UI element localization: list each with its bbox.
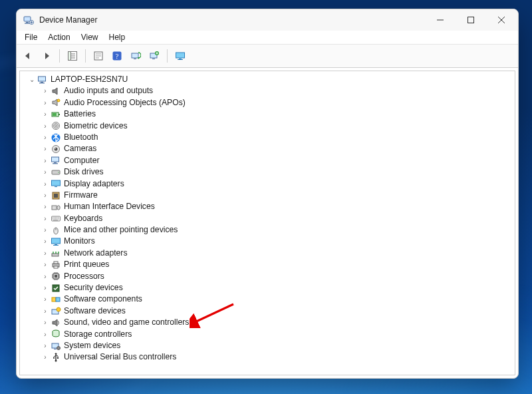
titlebar[interactable]: Device Manager bbox=[17, 9, 518, 31]
svg-rect-23 bbox=[59, 114, 60, 115]
toolbar-separator bbox=[85, 49, 86, 63]
add-legacy-icon[interactable] bbox=[146, 47, 163, 65]
expand-icon[interactable]: › bbox=[41, 85, 51, 97]
properties-icon[interactable] bbox=[90, 47, 107, 65]
expand-icon[interactable]: › bbox=[41, 317, 51, 328]
tree-category[interactable]: › Print queues bbox=[23, 259, 515, 270]
expand-icon[interactable]: › bbox=[41, 166, 51, 178]
maximize-button[interactable] bbox=[456, 9, 486, 31]
disk-icon bbox=[51, 167, 61, 178]
expand-icon[interactable]: › bbox=[41, 294, 51, 305]
tree-category[interactable]: › Keyboards bbox=[23, 213, 515, 224]
device-manager-window: Device Manager FileActionViewHelp ? ⌄ LA… bbox=[16, 9, 519, 379]
software-dev-icon bbox=[51, 306, 61, 317]
menu-view[interactable]: View bbox=[76, 31, 104, 44]
tree-category-label: Biometric devices bbox=[64, 120, 128, 132]
svg-rect-4 bbox=[468, 17, 474, 23]
tree-category-label: Audio Processing Objects (APOs) bbox=[64, 97, 186, 108]
tree-category-label: Software devices bbox=[64, 305, 126, 317]
expand-icon[interactable]: › bbox=[41, 178, 51, 190]
svg-point-26 bbox=[54, 124, 59, 128]
expand-icon[interactable]: › bbox=[41, 120, 51, 132]
expand-icon[interactable]: › bbox=[41, 97, 51, 108]
tree-category[interactable]: › Sound, video and game controllers bbox=[23, 317, 515, 328]
tree-category[interactable]: › Disk drives bbox=[23, 166, 515, 178]
svg-point-27 bbox=[55, 125, 57, 127]
svg-point-42 bbox=[57, 206, 60, 210]
tree-category[interactable]: › Biometric devices bbox=[23, 120, 515, 132]
tree-category[interactable]: › Cameras bbox=[23, 143, 515, 154]
hid-icon bbox=[51, 202, 61, 212]
tree-category-label: Bluetooth bbox=[64, 132, 98, 143]
scan-hardware-icon[interactable] bbox=[127, 47, 144, 65]
menu-action[interactable]: Action bbox=[43, 31, 75, 44]
tree-category[interactable]: › Security devices bbox=[23, 282, 515, 294]
tree-category[interactable]: › Firmware bbox=[23, 190, 515, 201]
expand-icon[interactable]: › bbox=[41, 143, 51, 154]
tree-category[interactable]: › Display adapters bbox=[23, 178, 515, 190]
expand-icon[interactable]: › bbox=[41, 201, 51, 212]
svg-point-62 bbox=[57, 346, 61, 349]
computer-icon bbox=[37, 75, 48, 85]
forward-icon[interactable] bbox=[38, 47, 55, 65]
sound-icon bbox=[51, 317, 61, 328]
expand-icon[interactable]: › bbox=[41, 248, 51, 259]
expand-icon[interactable]: › bbox=[41, 271, 51, 282]
minimize-button[interactable] bbox=[425, 9, 456, 31]
menu-help[interactable]: Help bbox=[104, 31, 131, 44]
audio-io-icon bbox=[51, 86, 61, 97]
tree-category[interactable]: › Universal Serial Bus controllers bbox=[23, 351, 515, 363]
back-icon[interactable] bbox=[19, 47, 37, 65]
battery-icon bbox=[51, 109, 61, 120]
tree-category[interactable]: › System devices bbox=[23, 340, 515, 351]
svg-rect-53 bbox=[55, 275, 57, 278]
expand-icon[interactable]: › bbox=[41, 282, 51, 294]
computer-icon bbox=[51, 155, 61, 166]
tree-category[interactable]: › Network adapters bbox=[23, 248, 515, 259]
tree-category[interactable]: › Batteries bbox=[23, 108, 515, 120]
close-button[interactable] bbox=[486, 9, 517, 31]
svg-rect-13 bbox=[152, 59, 155, 59]
svg-rect-55 bbox=[52, 297, 56, 301]
help-icon[interactable]: ? bbox=[108, 47, 126, 65]
expand-icon[interactable]: › bbox=[41, 224, 51, 236]
tree-category[interactable]: › Storage controllers bbox=[23, 329, 515, 340]
expand-icon[interactable]: › bbox=[41, 190, 51, 201]
tree-category[interactable]: › Software devices bbox=[23, 305, 515, 317]
tree-category[interactable]: › Monitors bbox=[23, 236, 515, 247]
expand-icon[interactable]: › bbox=[41, 155, 51, 166]
tree-root-label: LAPTOP-ESH2SN7U bbox=[51, 74, 128, 85]
menu-file[interactable]: File bbox=[19, 31, 43, 44]
expand-icon[interactable]: › bbox=[41, 259, 51, 270]
tree-category-label: Human Interface Devices bbox=[64, 201, 155, 212]
keyboard-icon bbox=[51, 213, 61, 224]
expand-icon[interactable]: › bbox=[41, 236, 51, 247]
device-manager-icon bbox=[23, 15, 34, 25]
expand-icon[interactable]: › bbox=[41, 132, 51, 143]
expand-icon[interactable]: › bbox=[41, 351, 51, 363]
show-hide-tree-icon[interactable] bbox=[64, 47, 81, 65]
window-title: Device Manager bbox=[39, 15, 97, 25]
expand-icon[interactable]: › bbox=[41, 305, 51, 317]
expand-icon[interactable]: › bbox=[41, 329, 51, 340]
expand-icon[interactable]: › bbox=[41, 340, 51, 351]
tree-category[interactable]: › Computer bbox=[23, 155, 515, 166]
tree-category[interactable]: › Processors bbox=[23, 271, 515, 282]
security-icon bbox=[51, 283, 61, 294]
device-tree[interactable]: ⌄ LAPTOP-ESH2SN7U› Audio inputs and outp… bbox=[19, 71, 515, 375]
tree-category[interactable]: › Audio inputs and outputs bbox=[23, 85, 515, 97]
tree-category-label: Disk drives bbox=[64, 166, 104, 178]
tree-category[interactable]: › Software components bbox=[23, 294, 515, 305]
svg-point-30 bbox=[55, 148, 58, 151]
tree-category[interactable]: › Audio Processing Objects (APOs) bbox=[23, 97, 515, 108]
expand-icon[interactable]: › bbox=[41, 213, 51, 224]
tree-category[interactable]: › Mice and other pointing devices bbox=[23, 224, 515, 236]
tree-root-node[interactable]: ⌄ LAPTOP-ESH2SN7U bbox=[23, 74, 515, 85]
tree-category[interactable]: › Human Interface Devices bbox=[23, 201, 515, 212]
monitor-icon[interactable] bbox=[172, 47, 189, 65]
collapse-icon[interactable]: ⌄ bbox=[28, 74, 37, 85]
tree-category[interactable]: › Bluetooth bbox=[23, 132, 515, 143]
camera-icon bbox=[51, 144, 61, 154]
cpu-icon bbox=[51, 271, 61, 282]
expand-icon[interactable]: › bbox=[41, 108, 51, 120]
